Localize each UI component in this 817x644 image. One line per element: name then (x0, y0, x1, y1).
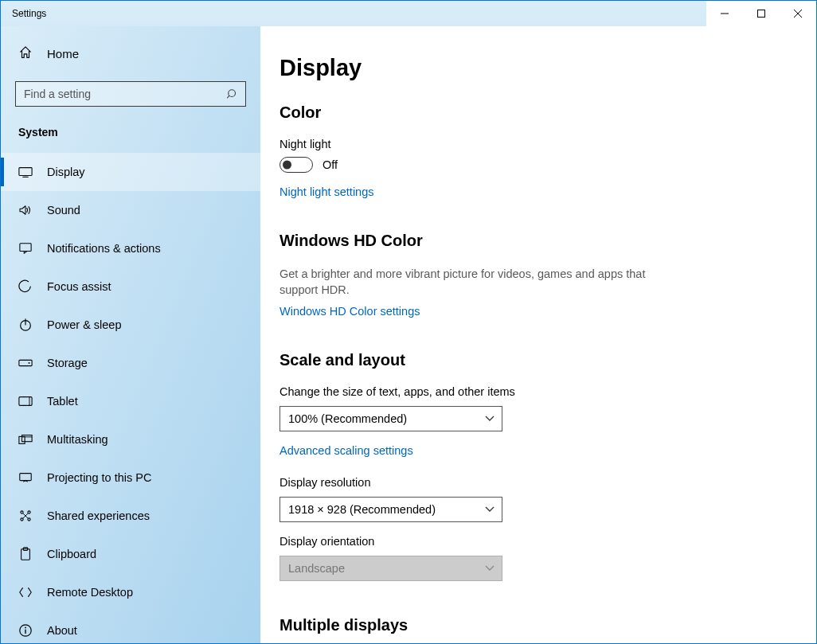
svg-rect-18 (20, 474, 31, 481)
night-light-toggle[interactable] (280, 157, 313, 173)
sidebar-item-notifications[interactable]: Notifications & actions (1, 229, 260, 267)
scale-text-value: 100% (Recommended) (288, 412, 407, 425)
hdcolor-description: Get a brighter and more vibrant picture … (280, 266, 646, 299)
sidebar-item-label: Sound (47, 204, 80, 217)
about-icon (18, 623, 33, 638)
svg-point-12 (29, 362, 30, 364)
orientation-label: Display orientation (280, 535, 784, 548)
resolution-label: Display resolution (280, 476, 784, 489)
sidebar-item-focus-assist[interactable]: Focus assist (1, 267, 260, 306)
sidebar-item-projecting[interactable]: Projecting to this PC (1, 459, 260, 497)
sidebar-item-label: Storage (47, 357, 88, 369)
svg-point-20 (28, 511, 30, 513)
sidebar: Home System Display (1, 26, 260, 643)
home-button[interactable]: Home (1, 26, 260, 75)
sidebar-item-label: Multitasking (47, 433, 108, 446)
storage-icon (18, 358, 33, 368)
section-scale-title: Scale and layout (280, 351, 784, 369)
svg-rect-11 (19, 360, 32, 365)
scale-text-label: Change the size of text, apps, and other… (280, 385, 784, 398)
sidebar-item-remote-desktop[interactable]: Remote Desktop (1, 573, 260, 611)
notifications-icon (18, 242, 33, 255)
multitasking-icon (18, 434, 33, 445)
section-hdcolor-title: Windows HD Color (280, 232, 784, 250)
sidebar-item-shared-experiences[interactable]: Shared experiences (1, 497, 260, 535)
svg-rect-1 (758, 10, 765, 18)
maximize-button[interactable] (743, 1, 780, 26)
sidebar-item-multitasking[interactable]: Multitasking (1, 420, 260, 459)
display-icon (18, 166, 33, 178)
sidebar-item-label: Remote Desktop (47, 586, 133, 599)
sidebar-item-label: Notifications & actions (47, 242, 161, 255)
search-box[interactable] (15, 81, 246, 107)
minimize-icon (721, 10, 729, 18)
night-light-settings-link[interactable]: Night light settings (280, 185, 373, 198)
titlebar: Settings (1, 1, 816, 26)
sidebar-item-label: Focus assist (47, 280, 111, 293)
close-icon (794, 10, 802, 18)
projecting-icon (18, 471, 33, 484)
hdcolor-settings-link[interactable]: Windows HD Color settings (280, 305, 420, 318)
svg-rect-8 (20, 244, 31, 252)
tablet-icon (18, 396, 33, 407)
svg-line-5 (227, 96, 229, 97)
sidebar-item-label: Clipboard (47, 548, 96, 560)
sidebar-item-tablet[interactable]: Tablet (1, 382, 260, 420)
power-icon (18, 318, 33, 332)
sidebar-item-power-sleep[interactable]: Power & sleep (1, 306, 260, 344)
sidebar-item-about[interactable]: About (1, 611, 260, 643)
search-icon (220, 88, 245, 100)
chevron-down-icon (484, 565, 495, 572)
home-icon (18, 45, 33, 62)
svg-point-21 (21, 518, 23, 521)
content-area: Display Color Night light Off Night ligh… (260, 26, 816, 643)
svg-point-19 (21, 511, 23, 513)
section-color-title: Color (280, 103, 784, 122)
nav-list: Display Sound Notifications & actions (1, 153, 260, 643)
sidebar-item-display[interactable]: Display (1, 153, 260, 191)
category-label: System (1, 107, 260, 145)
scale-text-combo[interactable]: 100% (Recommended) (280, 406, 502, 431)
remote-desktop-icon (18, 586, 33, 599)
page-title: Display (280, 55, 784, 81)
window-title: Settings (1, 8, 46, 19)
sidebar-item-storage[interactable]: Storage (1, 344, 260, 382)
orientation-combo: Landscape (280, 556, 502, 581)
sidebar-item-label: About (47, 624, 77, 637)
night-light-label: Night light (280, 138, 784, 150)
svg-point-27 (25, 627, 26, 629)
minimize-button[interactable] (706, 1, 743, 26)
orientation-value: Landscape (288, 562, 345, 575)
night-light-state: Off (322, 158, 338, 171)
focus-assist-icon (18, 279, 33, 294)
window-controls (706, 1, 816, 26)
chevron-down-icon (484, 506, 495, 513)
clipboard-icon (18, 547, 33, 561)
shared-icon (18, 509, 33, 523)
advanced-scaling-link[interactable]: Advanced scaling settings (280, 444, 413, 457)
svg-rect-16 (22, 435, 33, 442)
maximize-icon (757, 10, 765, 18)
sidebar-item-label: Display (47, 166, 85, 178)
resolution-combo[interactable]: 1918 × 928 (Recommended) (280, 497, 502, 522)
search-input[interactable] (16, 88, 220, 100)
svg-point-22 (28, 518, 30, 521)
sidebar-item-label: Shared experiences (47, 509, 150, 522)
svg-rect-6 (19, 168, 32, 176)
close-button[interactable] (780, 1, 816, 26)
resolution-value: 1918 × 928 (Recommended) (288, 503, 436, 516)
home-label: Home (47, 47, 79, 60)
sound-icon (18, 205, 33, 216)
sidebar-item-sound[interactable]: Sound (1, 191, 260, 229)
sidebar-item-clipboard[interactable]: Clipboard (1, 535, 260, 573)
svg-rect-13 (19, 397, 32, 406)
sidebar-item-label: Projecting to this PC (47, 471, 151, 484)
section-multidisplay-title: Multiple displays (280, 616, 784, 634)
sidebar-item-label: Power & sleep (47, 318, 122, 331)
sidebar-item-label: Tablet (47, 395, 78, 408)
chevron-down-icon (484, 416, 495, 422)
